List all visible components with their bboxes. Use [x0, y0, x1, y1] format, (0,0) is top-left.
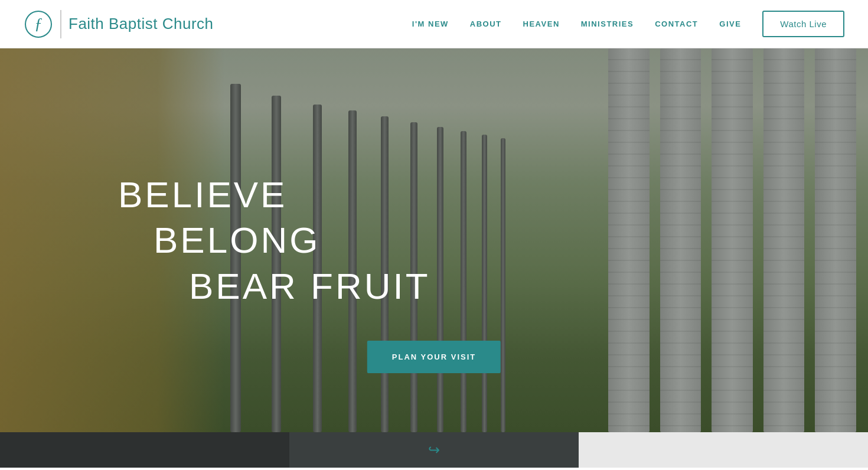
logo-area: ƒ Faith Baptist Church — [24, 9, 214, 39]
nav-item-contact[interactable]: CONTACT — [655, 19, 698, 28]
svg-text:ƒ: ƒ — [34, 14, 43, 32]
nav-item-ministries[interactable]: MINISTRIES — [581, 19, 634, 28]
nav-item-im-new[interactable]: I'M NEW — [412, 19, 449, 28]
hero-content: BELIEVE BELONG BEAR FRUIT — [0, 48, 868, 432]
hero-line-1: BELIEVE — [118, 172, 287, 218]
plan-visit-button[interactable]: PLAN YOUR VISIT — [367, 341, 501, 373]
bottom-section-3 — [579, 432, 868, 468]
nav-item-heaven[interactable]: HEAVEN — [523, 19, 560, 28]
bottom-section-1 — [0, 432, 289, 468]
share-icon: ↪ — [428, 442, 440, 458]
site-title: Faith Baptist Church — [68, 15, 214, 33]
bottom-bar: ↪ — [0, 432, 868, 468]
nav-item-give[interactable]: GIVE — [719, 19, 741, 28]
watch-live-button[interactable]: Watch Live — [762, 11, 844, 37]
logo-divider — [60, 10, 61, 38]
bottom-section-2: ↪ — [289, 432, 579, 468]
hero-line-3: BEAR FRUIT — [118, 263, 430, 309]
nav-item-about[interactable]: ABOUT — [470, 19, 502, 28]
church-logo-icon: ƒ — [24, 9, 53, 39]
site-header: ƒ Faith Baptist Church I'M NEW ABOUT HEA… — [0, 0, 868, 48]
main-nav: I'M NEW ABOUT HEAVEN MINISTRIES CONTACT … — [412, 11, 844, 37]
hero-section: BELIEVE BELONG BEAR FRUIT PLAN YOUR VISI… — [0, 48, 868, 432]
hero-line-2: BELONG — [118, 217, 320, 263]
